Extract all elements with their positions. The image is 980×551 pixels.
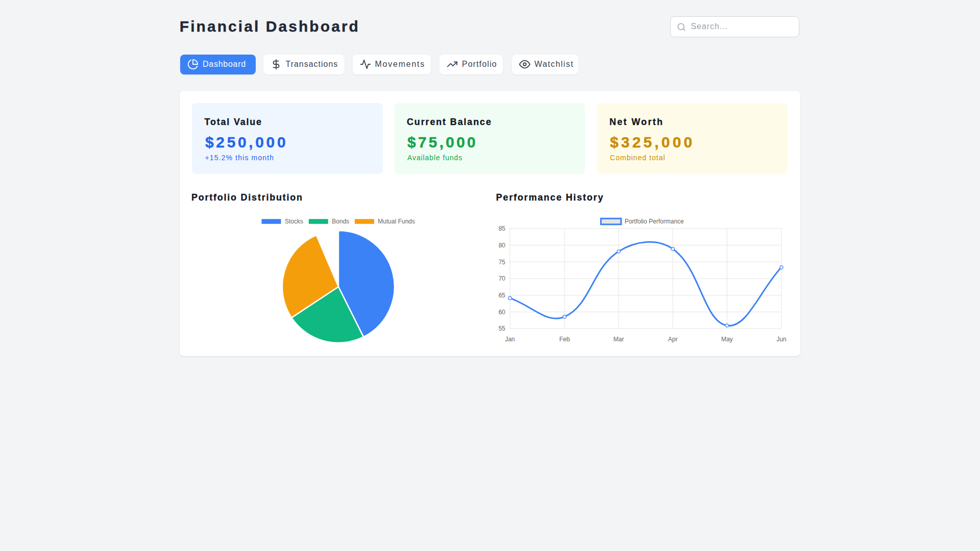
svg-text:70: 70 <box>499 275 506 282</box>
svg-text:Mar: Mar <box>614 336 624 343</box>
svg-text:Mutual Funds: Mutual Funds <box>378 218 415 225</box>
svg-text:Jun: Jun <box>776 336 786 343</box>
svg-text:75: 75 <box>499 259 506 266</box>
svg-text:80: 80 <box>499 242 506 249</box>
svg-text:55: 55 <box>499 325 506 332</box>
svg-text:Feb: Feb <box>559 336 570 343</box>
svg-text:60: 60 <box>499 309 506 316</box>
svg-text:Apr: Apr <box>668 336 678 343</box>
svg-text:Portfolio Performance: Portfolio Performance <box>625 218 684 225</box>
svg-text:Bonds: Bonds <box>332 218 349 225</box>
svg-text:May: May <box>721 336 733 343</box>
svg-text:85: 85 <box>499 225 506 232</box>
svg-text:Jan: Jan <box>505 336 514 343</box>
svg-text:65: 65 <box>499 292 506 299</box>
svg-text:Stocks: Stocks <box>285 218 303 225</box>
